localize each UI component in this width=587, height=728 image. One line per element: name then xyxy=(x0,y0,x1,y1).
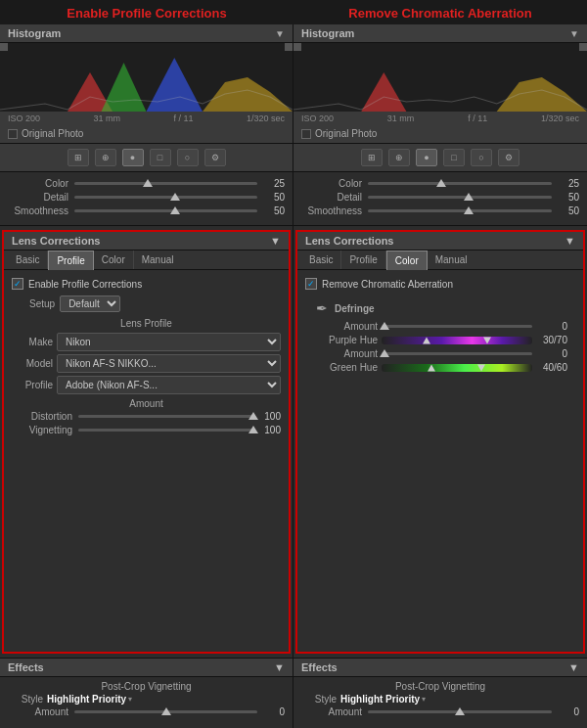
left-color-track[interactable] xyxy=(74,182,257,185)
defringe-green-thumb-left[interactable] xyxy=(428,364,435,371)
right-lens-content: ✓ Remove Chromatic Aberration ✒ Defringe… xyxy=(297,270,583,387)
left-tool-crop[interactable]: ⊕ xyxy=(95,149,116,166)
left-tool-grid[interactable]: ⊞ xyxy=(68,149,89,166)
left-histogram-header: Histogram ▼ xyxy=(0,24,293,43)
right-tools-row: ⊞ ⊕ ● □ ○ ⚙ xyxy=(294,144,587,172)
left-setup-select[interactable]: Default xyxy=(60,296,120,312)
right-effects-amount-label: Amount xyxy=(301,706,368,717)
left-model-select[interactable]: Nikon AF-S NIKKO... xyxy=(57,354,281,373)
right-histogram-header: Histogram ▼ xyxy=(294,24,587,43)
right-effects-amount-thumb[interactable] xyxy=(455,707,465,715)
right-lens-header: Lens Corrections ▼ xyxy=(297,232,583,250)
left-tool-circle[interactable]: ● xyxy=(122,149,144,166)
right-remove-ca-label: Remove Chromatic Aberration xyxy=(322,279,453,290)
left-smoothness-thumb[interactable] xyxy=(170,206,180,214)
left-tab-color[interactable]: Color xyxy=(94,250,134,269)
defringe-amount2-thumb[interactable] xyxy=(380,349,389,357)
right-tool-crop[interactable]: ⊕ xyxy=(388,149,410,166)
left-profile-select[interactable]: Adobe (Nikon AF-S... xyxy=(57,376,281,394)
left-lens-arrow: ▼ xyxy=(270,235,281,247)
left-make-select[interactable]: Nikon xyxy=(57,333,281,351)
right-effects-amount-track[interactable] xyxy=(368,710,552,713)
left-effects-label: Effects xyxy=(8,661,44,673)
right-histogram-canvas xyxy=(294,43,587,112)
right-tab-basic[interactable]: Basic xyxy=(301,250,341,269)
right-remove-ca-checkbox[interactable]: ✓ xyxy=(305,278,317,290)
right-tool-circle[interactable]: ● xyxy=(416,149,437,166)
left-enable-profile-checkbox[interactable]: ✓ xyxy=(12,278,23,290)
right-original-photo-checkbox[interactable] xyxy=(301,129,311,139)
right-style-arrow[interactable]: ▾ xyxy=(422,695,426,704)
right-tool-grid[interactable]: ⊞ xyxy=(361,149,383,166)
left-setup-label: Setup xyxy=(29,298,55,309)
right-detail-thumb[interactable] xyxy=(464,193,474,201)
left-color-thumb[interactable] xyxy=(143,179,153,187)
left-style-arrow[interactable]: ▾ xyxy=(128,695,132,704)
defringe-purple-hue-track[interactable] xyxy=(382,337,532,344)
defringe-amount2-label: Amount xyxy=(313,348,382,359)
right-effects-arrow: ▼ xyxy=(568,661,579,673)
right-tab-manual[interactable]: Manual xyxy=(428,250,475,269)
left-sliders-section: Color 25 Detail 50 Smoothness 50 xyxy=(0,172,293,226)
left-detail-track[interactable] xyxy=(74,196,257,199)
left-tab-manual[interactable]: Manual xyxy=(134,250,182,269)
right-histogram-meta: ISO 200 31 mm f / 11 1/320 sec xyxy=(294,112,587,125)
right-effects-header: Effects ▼ xyxy=(294,659,587,677)
defringe-amount1-track[interactable] xyxy=(382,325,532,328)
right-color-track[interactable] xyxy=(368,182,552,185)
defringe-amount1-thumb[interactable] xyxy=(380,322,389,330)
right-tab-color[interactable]: Color xyxy=(386,250,428,270)
svg-marker-1 xyxy=(102,63,147,112)
right-remove-ca-row[interactable]: ✓ Remove Chromatic Aberration xyxy=(305,278,575,290)
left-original-photo-label: Original Photo xyxy=(22,128,83,139)
left-effects-amount-thumb[interactable] xyxy=(161,707,171,715)
left-vignetting-label: Vignetting xyxy=(12,425,78,435)
right-style-label: Style xyxy=(301,694,340,705)
defringe-green-hue-row: Green Hue 40/60 xyxy=(313,362,567,373)
right-tool-rect[interactable]: □ xyxy=(443,149,465,166)
left-distortion-row: Distortion 100 xyxy=(12,411,281,422)
left-smoothness-row: Smoothness 50 xyxy=(8,205,285,216)
left-tab-basic[interactable]: Basic xyxy=(8,250,48,269)
left-tool-settings[interactable]: ⚙ xyxy=(204,149,226,166)
left-effects-header: Effects ▼ xyxy=(0,659,293,677)
right-hist-corner-tl xyxy=(294,43,301,51)
left-distortion-track[interactable] xyxy=(78,415,253,418)
right-tab-profile[interactable]: Profile xyxy=(341,250,385,269)
right-detail-label: Detail xyxy=(301,192,368,203)
left-color-value: 25 xyxy=(257,178,285,189)
right-tool-oval[interactable]: ○ xyxy=(471,149,492,166)
right-original-photo-row[interactable]: Original Photo xyxy=(294,125,587,143)
defringe-green-hue-track[interactable] xyxy=(382,364,532,372)
left-vignetting-thumb[interactable] xyxy=(248,426,258,433)
defringe-label: Defringe xyxy=(335,303,375,314)
defringe-purple-thumb-right[interactable] xyxy=(483,337,491,343)
left-vignetting-track[interactable] xyxy=(78,429,253,432)
left-tool-oval[interactable]: ○ xyxy=(177,149,199,166)
defringe-purple-thumb-left[interactable] xyxy=(423,337,430,343)
left-original-photo-checkbox[interactable] xyxy=(8,129,18,139)
left-smoothness-track[interactable] xyxy=(74,209,257,212)
defringe-amount2-track[interactable] xyxy=(382,352,532,355)
left-histogram-meta: ISO 200 31 mm f / 11 1/320 sec xyxy=(0,112,293,125)
defringe-green-thumb-right[interactable] xyxy=(477,364,485,371)
right-tool-settings[interactable]: ⚙ xyxy=(498,149,519,166)
left-detail-value: 50 xyxy=(257,192,285,203)
defringe-amount2-row: Amount 0 xyxy=(313,348,567,359)
left-effects-amount-track[interactable] xyxy=(74,710,257,713)
right-panel: Histogram ▼ ISO 200 31 mm f / 11 1/320 s… xyxy=(294,24,587,728)
left-tool-rect[interactable]: □ xyxy=(150,149,171,166)
defringe-amount1-row: Amount 0 xyxy=(313,321,567,332)
left-setup-row: Setup Default xyxy=(12,296,281,312)
defringe-eyedropper-icon[interactable]: ✒ xyxy=(313,299,331,317)
left-distortion-thumb[interactable] xyxy=(248,412,258,420)
left-profile-label: Profile xyxy=(12,380,57,390)
left-tab-profile[interactable]: Profile xyxy=(48,250,93,270)
right-smoothness-track[interactable] xyxy=(368,209,552,212)
right-detail-track[interactable] xyxy=(368,196,552,199)
left-original-photo-row[interactable]: Original Photo xyxy=(0,125,293,143)
left-detail-thumb[interactable] xyxy=(170,193,180,201)
right-color-thumb[interactable] xyxy=(436,179,446,187)
left-enable-profile-row[interactable]: ✓ Enable Profile Corrections xyxy=(12,278,281,290)
right-smoothness-thumb[interactable] xyxy=(464,206,474,214)
